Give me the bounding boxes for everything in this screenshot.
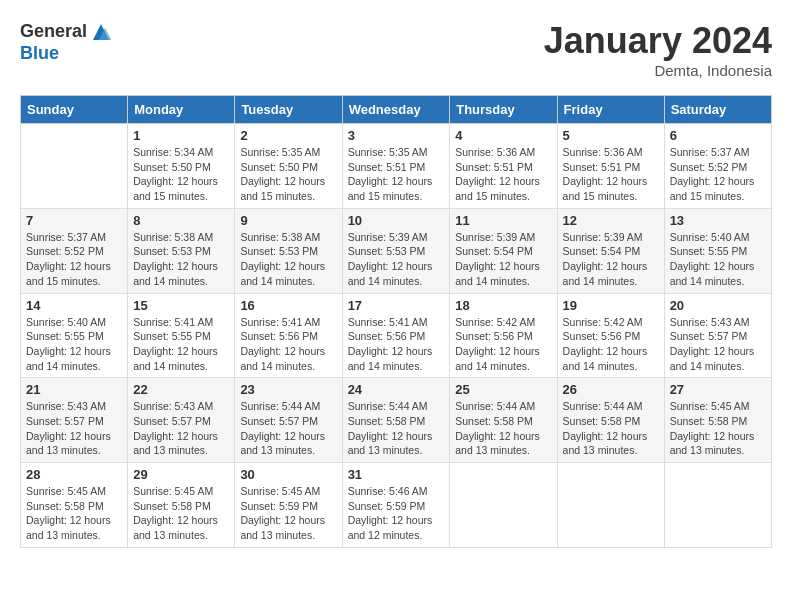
day-info: Sunrise: 5:35 AM Sunset: 5:51 PM Dayligh… (348, 145, 445, 204)
day-info: Sunrise: 5:45 AM Sunset: 5:58 PM Dayligh… (133, 484, 229, 543)
day-number: 9 (240, 213, 336, 228)
day-number: 16 (240, 298, 336, 313)
day-number: 28 (26, 467, 122, 482)
calendar-cell: 12Sunrise: 5:39 AM Sunset: 5:54 PM Dayli… (557, 208, 664, 293)
day-info: Sunrise: 5:37 AM Sunset: 5:52 PM Dayligh… (670, 145, 766, 204)
calendar-cell: 18Sunrise: 5:42 AM Sunset: 5:56 PM Dayli… (450, 293, 557, 378)
calendar-week-row: 14Sunrise: 5:40 AM Sunset: 5:55 PM Dayli… (21, 293, 772, 378)
day-info: Sunrise: 5:35 AM Sunset: 5:50 PM Dayligh… (240, 145, 336, 204)
day-number: 10 (348, 213, 445, 228)
logo: General Blue (20, 20, 113, 64)
calendar-cell (450, 463, 557, 548)
day-number: 14 (26, 298, 122, 313)
day-info: Sunrise: 5:36 AM Sunset: 5:51 PM Dayligh… (455, 145, 551, 204)
day-info: Sunrise: 5:36 AM Sunset: 5:51 PM Dayligh… (563, 145, 659, 204)
calendar-cell: 16Sunrise: 5:41 AM Sunset: 5:56 PM Dayli… (235, 293, 342, 378)
day-info: Sunrise: 5:45 AM Sunset: 5:58 PM Dayligh… (26, 484, 122, 543)
day-number: 18 (455, 298, 551, 313)
calendar-cell: 19Sunrise: 5:42 AM Sunset: 5:56 PM Dayli… (557, 293, 664, 378)
calendar-cell: 25Sunrise: 5:44 AM Sunset: 5:58 PM Dayli… (450, 378, 557, 463)
day-number: 15 (133, 298, 229, 313)
day-info: Sunrise: 5:46 AM Sunset: 5:59 PM Dayligh… (348, 484, 445, 543)
day-number: 13 (670, 213, 766, 228)
day-info: Sunrise: 5:38 AM Sunset: 5:53 PM Dayligh… (240, 230, 336, 289)
day-info: Sunrise: 5:43 AM Sunset: 5:57 PM Dayligh… (670, 315, 766, 374)
day-number: 7 (26, 213, 122, 228)
calendar-cell (557, 463, 664, 548)
calendar-cell: 15Sunrise: 5:41 AM Sunset: 5:55 PM Dayli… (128, 293, 235, 378)
day-number: 23 (240, 382, 336, 397)
calendar-cell (664, 463, 771, 548)
day-number: 5 (563, 128, 659, 143)
calendar-cell: 8Sunrise: 5:38 AM Sunset: 5:53 PM Daylig… (128, 208, 235, 293)
day-info: Sunrise: 5:37 AM Sunset: 5:52 PM Dayligh… (26, 230, 122, 289)
day-number: 29 (133, 467, 229, 482)
day-number: 11 (455, 213, 551, 228)
title-block: January 2024 Demta, Indonesia (544, 20, 772, 79)
day-info: Sunrise: 5:34 AM Sunset: 5:50 PM Dayligh… (133, 145, 229, 204)
day-info: Sunrise: 5:41 AM Sunset: 5:55 PM Dayligh… (133, 315, 229, 374)
weekday-header: Saturday (664, 96, 771, 124)
day-number: 4 (455, 128, 551, 143)
calendar-cell: 23Sunrise: 5:44 AM Sunset: 5:57 PM Dayli… (235, 378, 342, 463)
day-number: 31 (348, 467, 445, 482)
calendar-cell: 21Sunrise: 5:43 AM Sunset: 5:57 PM Dayli… (21, 378, 128, 463)
calendar-cell: 7Sunrise: 5:37 AM Sunset: 5:52 PM Daylig… (21, 208, 128, 293)
day-info: Sunrise: 5:44 AM Sunset: 5:58 PM Dayligh… (563, 399, 659, 458)
day-info: Sunrise: 5:43 AM Sunset: 5:57 PM Dayligh… (26, 399, 122, 458)
calendar-cell: 2Sunrise: 5:35 AM Sunset: 5:50 PM Daylig… (235, 124, 342, 209)
day-number: 22 (133, 382, 229, 397)
calendar-table: SundayMondayTuesdayWednesdayThursdayFrid… (20, 95, 772, 548)
calendar-cell: 20Sunrise: 5:43 AM Sunset: 5:57 PM Dayli… (664, 293, 771, 378)
day-info: Sunrise: 5:40 AM Sunset: 5:55 PM Dayligh… (26, 315, 122, 374)
calendar-cell: 14Sunrise: 5:40 AM Sunset: 5:55 PM Dayli… (21, 293, 128, 378)
weekday-header: Sunday (21, 96, 128, 124)
day-info: Sunrise: 5:45 AM Sunset: 5:59 PM Dayligh… (240, 484, 336, 543)
day-info: Sunrise: 5:41 AM Sunset: 5:56 PM Dayligh… (348, 315, 445, 374)
day-info: Sunrise: 5:39 AM Sunset: 5:54 PM Dayligh… (563, 230, 659, 289)
calendar-cell: 3Sunrise: 5:35 AM Sunset: 5:51 PM Daylig… (342, 124, 450, 209)
calendar-week-row: 7Sunrise: 5:37 AM Sunset: 5:52 PM Daylig… (21, 208, 772, 293)
calendar-cell: 11Sunrise: 5:39 AM Sunset: 5:54 PM Dayli… (450, 208, 557, 293)
day-number: 3 (348, 128, 445, 143)
weekday-header: Monday (128, 96, 235, 124)
day-number: 30 (240, 467, 336, 482)
weekday-header: Thursday (450, 96, 557, 124)
day-number: 19 (563, 298, 659, 313)
calendar-week-row: 28Sunrise: 5:45 AM Sunset: 5:58 PM Dayli… (21, 463, 772, 548)
day-number: 21 (26, 382, 122, 397)
calendar-cell: 30Sunrise: 5:45 AM Sunset: 5:59 PM Dayli… (235, 463, 342, 548)
calendar-cell: 31Sunrise: 5:46 AM Sunset: 5:59 PM Dayli… (342, 463, 450, 548)
calendar-cell: 17Sunrise: 5:41 AM Sunset: 5:56 PM Dayli… (342, 293, 450, 378)
calendar-cell: 9Sunrise: 5:38 AM Sunset: 5:53 PM Daylig… (235, 208, 342, 293)
calendar-cell: 4Sunrise: 5:36 AM Sunset: 5:51 PM Daylig… (450, 124, 557, 209)
day-info: Sunrise: 5:44 AM Sunset: 5:57 PM Dayligh… (240, 399, 336, 458)
day-info: Sunrise: 5:39 AM Sunset: 5:53 PM Dayligh… (348, 230, 445, 289)
calendar-cell: 24Sunrise: 5:44 AM Sunset: 5:58 PM Dayli… (342, 378, 450, 463)
calendar-cell: 26Sunrise: 5:44 AM Sunset: 5:58 PM Dayli… (557, 378, 664, 463)
calendar-cell: 22Sunrise: 5:43 AM Sunset: 5:57 PM Dayli… (128, 378, 235, 463)
day-number: 25 (455, 382, 551, 397)
weekday-header: Friday (557, 96, 664, 124)
day-number: 6 (670, 128, 766, 143)
page-header: General Blue January 2024 Demta, Indones… (20, 20, 772, 79)
day-number: 1 (133, 128, 229, 143)
calendar-cell: 28Sunrise: 5:45 AM Sunset: 5:58 PM Dayli… (21, 463, 128, 548)
logo-blue-text: Blue (20, 44, 113, 64)
day-number: 26 (563, 382, 659, 397)
location-text: Demta, Indonesia (544, 62, 772, 79)
day-info: Sunrise: 5:44 AM Sunset: 5:58 PM Dayligh… (455, 399, 551, 458)
calendar-cell: 6Sunrise: 5:37 AM Sunset: 5:52 PM Daylig… (664, 124, 771, 209)
day-info: Sunrise: 5:41 AM Sunset: 5:56 PM Dayligh… (240, 315, 336, 374)
day-number: 24 (348, 382, 445, 397)
calendar-week-row: 21Sunrise: 5:43 AM Sunset: 5:57 PM Dayli… (21, 378, 772, 463)
day-info: Sunrise: 5:43 AM Sunset: 5:57 PM Dayligh… (133, 399, 229, 458)
day-info: Sunrise: 5:42 AM Sunset: 5:56 PM Dayligh… (563, 315, 659, 374)
day-info: Sunrise: 5:39 AM Sunset: 5:54 PM Dayligh… (455, 230, 551, 289)
day-number: 27 (670, 382, 766, 397)
month-title: January 2024 (544, 20, 772, 62)
day-info: Sunrise: 5:44 AM Sunset: 5:58 PM Dayligh… (348, 399, 445, 458)
calendar-week-row: 1Sunrise: 5:34 AM Sunset: 5:50 PM Daylig… (21, 124, 772, 209)
weekday-header: Tuesday (235, 96, 342, 124)
day-number: 2 (240, 128, 336, 143)
